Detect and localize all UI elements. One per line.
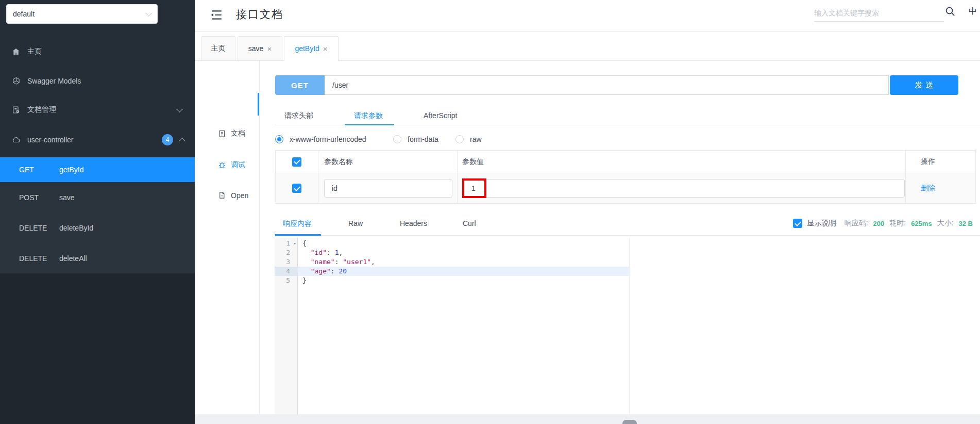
document-icon	[218, 129, 226, 138]
editor-line: 2 "id": 1,	[275, 248, 629, 257]
radio-label: form-data	[408, 135, 438, 143]
param-row: 删除	[276, 173, 975, 203]
show-description-label: 显示说明	[807, 219, 836, 228]
home-icon	[11, 47, 21, 56]
sidebar-bottom-fill	[0, 271, 195, 424]
request-line: GET 发送	[275, 75, 960, 95]
delete-param-link[interactable]: 删除	[921, 184, 935, 193]
radio-form-data[interactable]: form-data	[393, 132, 438, 146]
endpoint-item-getbyid[interactable]: GET getById	[0, 157, 195, 182]
doc-nav-label: 文档	[231, 129, 245, 138]
sidebar-item-doc-manage[interactable]: 文档管理	[0, 102, 195, 118]
tab-request-params[interactable]: 请求参数	[354, 106, 383, 125]
page-tabbar: 主页 save × getById ×	[195, 32, 980, 61]
endpoint-item-save[interactable]: POST save	[0, 182, 195, 213]
tab-save[interactable]: save ×	[238, 36, 282, 61]
chevron-up-icon	[179, 138, 185, 144]
request-url-input[interactable]	[325, 75, 889, 95]
close-icon[interactable]: ×	[267, 45, 272, 53]
radio-selected-icon	[275, 135, 283, 143]
show-description-checkbox[interactable]	[793, 219, 802, 228]
tab-curl[interactable]: Curl	[463, 211, 476, 235]
editor-line: 5}	[275, 276, 629, 285]
column-header-action: 操作	[921, 157, 935, 167]
radio-icon	[393, 135, 401, 143]
app-root: default 主页 Swagger Models 文档管理	[0, 0, 980, 424]
cloud-api-icon	[11, 135, 21, 144]
response-meta: 显示说明 响应码: 200 耗时: 625ms 大小: 32 B	[793, 211, 973, 235]
column-header-value: 参数值	[462, 157, 484, 167]
sidebar-item-home[interactable]: 主页	[0, 44, 195, 59]
tab-request-headers[interactable]: 请求头部	[284, 106, 313, 125]
scroll-grip-handle[interactable]	[622, 420, 637, 424]
endpoint-name: deleteAll	[59, 254, 87, 263]
active-tab-underline	[275, 234, 321, 236]
tab-response-content[interactable]: 响应内容	[283, 211, 312, 235]
file-icon	[218, 191, 226, 200]
chevron-down-icon	[176, 106, 183, 112]
radio-label: raw	[470, 135, 482, 143]
page-title: 接口文档	[236, 7, 283, 22]
http-method-label: GET	[19, 166, 59, 174]
param-value-input[interactable]	[462, 179, 905, 198]
endpoint-item-deleteall[interactable]: DELETE deleteAll	[0, 243, 195, 273]
params-table-header: 参数名称 参数值 操作	[276, 151, 975, 173]
group-select-value: default	[13, 10, 146, 18]
endpoint-count-badge: 4	[162, 134, 173, 145]
status-code-label: 响应码:	[844, 219, 868, 228]
language-toggle[interactable]: 中	[969, 6, 977, 17]
chevron-down-icon	[145, 10, 152, 17]
group-select[interactable]: default	[6, 4, 158, 24]
endpoint-name: getById	[59, 166, 83, 174]
tab-label: 主页	[211, 44, 226, 53]
doc-nav-label: 调试	[231, 160, 245, 170]
status-code-value: 200	[873, 220, 885, 227]
doc-nav-item-open[interactable]: Open	[195, 188, 259, 203]
doc-nav-item-debug[interactable]: 调试	[195, 158, 259, 172]
response-editor: 1▾{2 "id": 1,3 "name": "user1",4 "age": …	[275, 238, 630, 414]
radio-x-www-form-urlencoded[interactable]: x-www-form-urlencoded	[275, 132, 366, 146]
doc-nav-label: Open	[231, 191, 248, 200]
search-icon[interactable]	[944, 6, 956, 17]
doc-search-input[interactable]	[814, 4, 944, 22]
tab-home[interactable]: 主页	[201, 36, 235, 61]
doc-nav: 文档 调试 Open	[195, 61, 260, 414]
page-bottom-strip	[195, 414, 980, 424]
sidebar-item-swagger-models[interactable]: Swagger Models	[0, 73, 195, 89]
sidebar: default 主页 Swagger Models 文档管理	[0, 0, 195, 424]
duration-label: 耗时:	[889, 219, 906, 228]
param-name-input[interactable]	[324, 179, 452, 198]
http-method-label: POST	[19, 193, 59, 202]
size-value: 32 B	[959, 220, 973, 227]
menu-fold-icon[interactable]	[210, 8, 223, 22]
params-table: 参数名称 参数值 操作 删除	[275, 150, 976, 204]
send-button[interactable]: 发送	[890, 75, 958, 95]
endpoint-list: GET getById POST save DELETE deleteById …	[0, 157, 195, 273]
http-method-label: DELETE	[19, 224, 59, 232]
close-icon[interactable]: ×	[323, 45, 328, 53]
tab-raw[interactable]: Raw	[348, 211, 363, 235]
endpoint-name: deleteById	[59, 224, 93, 232]
models-cube-icon	[11, 76, 21, 86]
http-method-badge: GET	[275, 75, 325, 95]
active-tab-underline	[345, 124, 394, 125]
param-checkbox[interactable]	[292, 184, 301, 193]
sidebar-item-user-controller[interactable]: user-controller 4	[0, 132, 195, 148]
editor-line: 1▾{	[275, 239, 629, 248]
sidebar-item-label: 文档管理	[27, 105, 56, 115]
request-tabs: 请求头部 请求参数 AfterScript	[275, 106, 980, 125]
radio-raw[interactable]: raw	[455, 132, 482, 146]
http-method-label: DELETE	[19, 254, 59, 263]
sidebar-item-label: user-controller	[27, 136, 73, 144]
tab-afterscript[interactable]: AfterScript	[424, 106, 457, 125]
radio-label: x-www-form-urlencoded	[290, 135, 366, 143]
doc-nav-item-document[interactable]: 文档	[195, 126, 259, 141]
endpoint-name: save	[59, 193, 75, 202]
select-all-checkbox[interactable]	[292, 157, 301, 167]
duration-value: 625ms	[911, 220, 932, 227]
debug-panel: GET 发送 请求头部 请求参数 AfterScript x-www-form-…	[260, 61, 980, 414]
tab-headers[interactable]: Headers	[400, 211, 427, 235]
tab-getbyid[interactable]: getById ×	[284, 36, 339, 61]
endpoint-item-deletebyid[interactable]: DELETE deleteById	[0, 213, 195, 243]
top-header: 接口文档 中	[195, 0, 980, 32]
